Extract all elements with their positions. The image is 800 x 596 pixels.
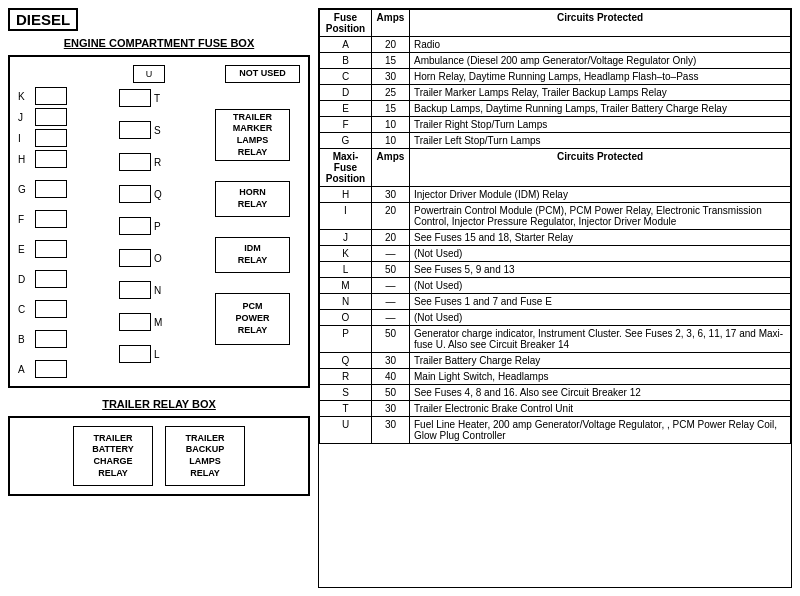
maxi-header-circuits: Circuits Protected	[410, 149, 791, 187]
fuse-r	[119, 153, 151, 171]
table-header-row: FusePosition Amps Circuits Protected	[320, 10, 791, 37]
header-circuits: Circuits Protected	[410, 10, 791, 37]
table-row: K — (Not Used)	[320, 246, 791, 262]
cell-circuit: Trailer Battery Charge Relay	[410, 353, 791, 369]
label-k: K	[18, 91, 32, 102]
maxi-header-amps: Amps	[372, 149, 410, 187]
fuse-a	[35, 360, 67, 378]
fuse-p	[119, 217, 151, 235]
trailer-relay-container: TRAILER BATTERY CHARGE RELAY TRAILER BAC…	[8, 416, 310, 496]
cell-position: D	[320, 85, 372, 101]
trailer-battery-relay: TRAILER BATTERY CHARGE RELAY	[73, 426, 153, 486]
trailer-title: TRAILER RELAY BOX	[8, 398, 310, 410]
label-a: A	[18, 364, 32, 375]
cell-circuit: See Fuses 1 and 7 and Fuse E	[410, 294, 791, 310]
fuse-j	[35, 108, 67, 126]
fuse-s	[119, 121, 151, 139]
label-m: M	[154, 317, 162, 328]
cell-position: B	[320, 53, 372, 69]
label-p: P	[154, 221, 161, 232]
table-row: Q 30 Trailer Battery Charge Relay	[320, 353, 791, 369]
fuse-e	[35, 240, 67, 258]
table-row: U 30 Fuel Line Heater, 200 amp Generator…	[320, 417, 791, 444]
cell-circuit: Ambulance (Diesel 200 amp Generator/Volt…	[410, 53, 791, 69]
cell-position: O	[320, 310, 372, 326]
cell-position: N	[320, 294, 372, 310]
cell-amps: 30	[372, 401, 410, 417]
header-amps: Amps	[372, 10, 410, 37]
cell-circuit: (Not Used)	[410, 310, 791, 326]
maxi-fuse-header-row: Maxi-FusePosition Amps Circuits Protecte…	[320, 149, 791, 187]
table-row: E 15 Backup Lamps, Daytime Running Lamps…	[320, 101, 791, 117]
cell-amps: —	[372, 310, 410, 326]
cell-circuit: Radio	[410, 37, 791, 53]
fuse-l	[119, 345, 151, 363]
table-row: O — (Not Used)	[320, 310, 791, 326]
trailer-marker-relay: TRAILER MARKER LAMPS RELAY	[215, 109, 290, 161]
cell-position: H	[320, 187, 372, 203]
table-row: C 30 Horn Relay, Daytime Running Lamps, …	[320, 69, 791, 85]
cell-amps: 20	[372, 37, 410, 53]
cell-amps: 10	[372, 133, 410, 149]
label-b: B	[18, 334, 32, 345]
label-l: L	[154, 349, 160, 360]
cell-circuit: Trailer Right Stop/Turn Lamps	[410, 117, 791, 133]
fuse-t	[119, 89, 151, 107]
table-row: A 20 Radio	[320, 37, 791, 53]
cell-amps: 25	[372, 85, 410, 101]
cell-position: S	[320, 385, 372, 401]
cell-position: I	[320, 203, 372, 230]
fuse-q	[119, 185, 151, 203]
header-position: FusePosition	[320, 10, 372, 37]
fuse-o	[119, 249, 151, 267]
cell-position: Q	[320, 353, 372, 369]
cell-circuit: Backup Lamps, Daytime Running Lamps, Tra…	[410, 101, 791, 117]
label-i: I	[18, 133, 32, 144]
cell-amps: 20	[372, 230, 410, 246]
fuse-d	[35, 270, 67, 288]
table-row: J 20 See Fuses 15 and 18, Starter Relay	[320, 230, 791, 246]
cell-position: R	[320, 369, 372, 385]
fuse-k	[35, 87, 67, 105]
fuse-m	[119, 313, 151, 331]
label-o: O	[154, 253, 162, 264]
cell-position: C	[320, 69, 372, 85]
fuse-c	[35, 300, 67, 318]
label-c: C	[18, 304, 32, 315]
label-t: T	[154, 93, 160, 104]
fuse-i	[35, 129, 67, 147]
left-panel: DIESEL ENGINE COMPARTMENT FUSE BOX U NOT…	[8, 8, 318, 588]
cell-amps: 50	[372, 262, 410, 278]
cell-position: G	[320, 133, 372, 149]
label-s: S	[154, 125, 161, 136]
table-row: N — See Fuses 1 and 7 and Fuse E	[320, 294, 791, 310]
cell-position: U	[320, 417, 372, 444]
label-h: H	[18, 154, 32, 165]
fuse-f	[35, 210, 67, 228]
cell-circuit: Trailer Marker Lamps Relay, Trailer Back…	[410, 85, 791, 101]
cell-circuit: Trailer Electronic Brake Control Unit	[410, 401, 791, 417]
cell-position: F	[320, 117, 372, 133]
label-f: F	[18, 214, 32, 225]
label-g: G	[18, 184, 32, 195]
table-row: B 15 Ambulance (Diesel 200 amp Generator…	[320, 53, 791, 69]
cell-amps: 50	[372, 326, 410, 353]
page: DIESEL ENGINE COMPARTMENT FUSE BOX U NOT…	[0, 0, 800, 596]
label-j: J	[18, 112, 32, 123]
table-row: L 50 See Fuses 5, 9 and 13	[320, 262, 791, 278]
cell-amps: 50	[372, 385, 410, 401]
cell-circuit: (Not Used)	[410, 278, 791, 294]
cell-amps: 10	[372, 117, 410, 133]
label-n: N	[154, 285, 161, 296]
table-row: H 30 Injector Driver Module (IDM) Relay	[320, 187, 791, 203]
cell-position: K	[320, 246, 372, 262]
fuse-h	[35, 150, 67, 168]
cell-amps: 30	[372, 353, 410, 369]
cell-position: E	[320, 101, 372, 117]
cell-circuit: Fuel Line Heater, 200 amp Generator/Volt…	[410, 417, 791, 444]
table-row: G 10 Trailer Left Stop/Turn Lamps	[320, 133, 791, 149]
cell-amps: —	[372, 246, 410, 262]
cell-position: T	[320, 401, 372, 417]
cell-position: P	[320, 326, 372, 353]
fuse-b	[35, 330, 67, 348]
